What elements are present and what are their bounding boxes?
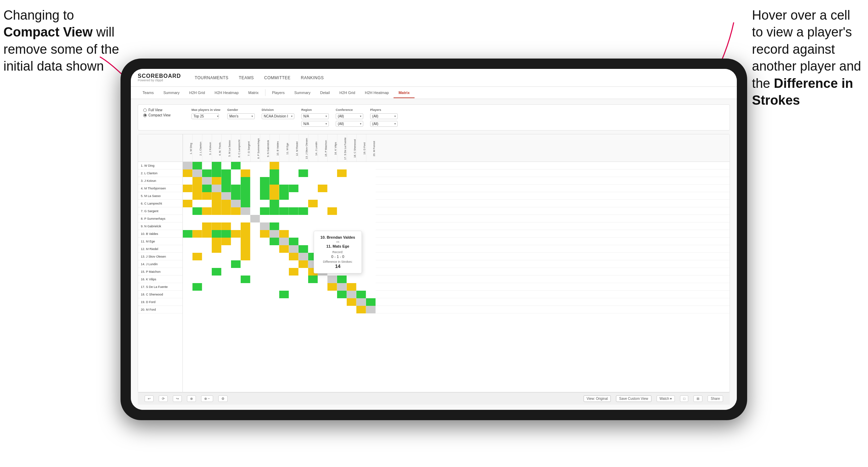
cell-16-18[interactable] [347,276,356,283]
cell-14-4[interactable] [212,260,221,268]
cell-4-15[interactable] [318,185,327,192]
cell-11-11[interactable] [279,238,289,245]
cell-12-2[interactable] [192,245,202,253]
cell-20-17[interactable] [337,306,347,313]
cell-19-1[interactable] [183,298,192,306]
cell-11-9[interactable] [260,238,270,245]
cell-10-5[interactable] [221,230,231,238]
cell-19-10[interactable] [270,298,279,306]
cell-20-8[interactable] [250,306,260,313]
cell-1-7[interactable] [241,162,250,169]
cell-18-10[interactable] [270,291,279,298]
cell-2-4[interactable] [212,169,221,177]
cell-10-3[interactable] [202,230,212,238]
cell-14-7[interactable] [241,260,250,268]
cell-14-13[interactable] [299,260,308,268]
cell-1-15[interactable] [318,162,327,169]
cell-8-6[interactable] [231,215,241,222]
cell-10-10[interactable] [270,230,279,238]
cell-7-16[interactable] [327,207,337,215]
cell-5-6[interactable] [231,192,241,200]
cell-16-7[interactable] [241,276,250,283]
grid-button[interactable]: ⊞ [693,395,702,402]
cell-20-15[interactable] [318,306,327,313]
share-button[interactable]: Share [708,395,723,402]
cell-1-16[interactable] [327,162,337,169]
tab-h2h-grid1[interactable]: H2H Grid [184,88,210,98]
cell-6-17[interactable] [337,200,347,207]
cell-6-20[interactable] [366,200,376,207]
cell-4-9[interactable] [260,185,270,192]
cell-2-18[interactable] [347,169,356,177]
tab-teams[interactable]: Teams [138,88,158,98]
players-select1[interactable]: (All) [370,113,398,119]
cell-8-17[interactable] [337,215,347,222]
cell-16-5[interactable] [221,276,231,283]
nav-rankings[interactable]: RANKINGS [301,74,324,82]
cell-17-3[interactable] [202,283,212,291]
cell-1-1[interactable] [183,162,192,169]
cell-6-16[interactable] [327,200,337,207]
cell-4-6[interactable] [231,185,241,192]
cell-5-17[interactable] [337,192,347,200]
full-view-option[interactable]: Full View [143,108,185,112]
filter-button[interactable]: ⊕ [187,395,196,402]
cell-8-9[interactable] [260,215,270,222]
cell-17-17[interactable] [337,283,347,291]
cell-9-16[interactable] [327,222,337,230]
tab-matrix2[interactable]: Matrix [394,88,414,98]
cell-6-9[interactable] [260,200,270,207]
max-players-select[interactable]: Top 25 [191,113,219,119]
cell-8-7[interactable] [241,215,250,222]
cell-3-11[interactable] [279,177,289,185]
cell-6-19[interactable] [356,200,366,207]
cell-18-5[interactable] [221,291,231,298]
cell-13-20[interactable] [366,253,376,260]
conference-select1[interactable]: (All) [336,113,363,119]
cell-13-1[interactable] [183,253,192,260]
division-select[interactable]: NCAA Division I [262,113,294,119]
cell-2-5[interactable] [221,169,231,177]
cell-19-13[interactable] [299,298,308,306]
cell-16-20[interactable] [366,276,376,283]
cell-17-11[interactable] [279,283,289,291]
cell-8-13[interactable] [299,215,308,222]
cell-3-4[interactable] [212,177,221,185]
cell-1-2[interactable] [192,162,202,169]
cell-9-15[interactable] [318,222,327,230]
cell-6-15[interactable] [318,200,327,207]
cell-17-13[interactable] [299,283,308,291]
compact-view-option[interactable]: Compact View [143,113,185,117]
cell-8-18[interactable] [347,215,356,222]
cell-7-5[interactable] [221,207,231,215]
cell-13-10[interactable] [270,253,279,260]
cell-5-10[interactable] [270,192,279,200]
cell-18-15[interactable] [318,291,327,298]
cell-15-8[interactable] [250,268,260,276]
cell-14-11[interactable] [279,260,289,268]
cell-8-12[interactable] [289,215,299,222]
cell-18-6[interactable] [231,291,241,298]
cell-15-11[interactable] [279,268,289,276]
cell-9-20[interactable] [366,222,376,230]
tab-summary1[interactable]: Summary [158,88,184,98]
cell-10-12[interactable] [289,230,299,238]
cell-5-16[interactable] [327,192,337,200]
cell-20-6[interactable] [231,306,241,313]
cell-17-10[interactable] [270,283,279,291]
cell-20-1[interactable] [183,306,192,313]
tab-matrix1[interactable]: Matrix [243,88,263,98]
cell-19-3[interactable] [202,298,212,306]
cell-20-9[interactable] [260,306,270,313]
cell-3-1[interactable] [183,177,192,185]
cell-8-1[interactable] [183,215,192,222]
cell-7-20[interactable] [366,207,376,215]
cell-15-13[interactable] [299,268,308,276]
cell-12-12[interactable] [289,245,299,253]
cell-15-1[interactable] [183,268,192,276]
cell-14-3[interactable] [202,260,212,268]
cell-17-20[interactable] [366,283,376,291]
cell-10-9[interactable] [260,230,270,238]
watch-button[interactable]: Watch ▾ [657,395,675,402]
cell-20-14[interactable] [308,306,318,313]
